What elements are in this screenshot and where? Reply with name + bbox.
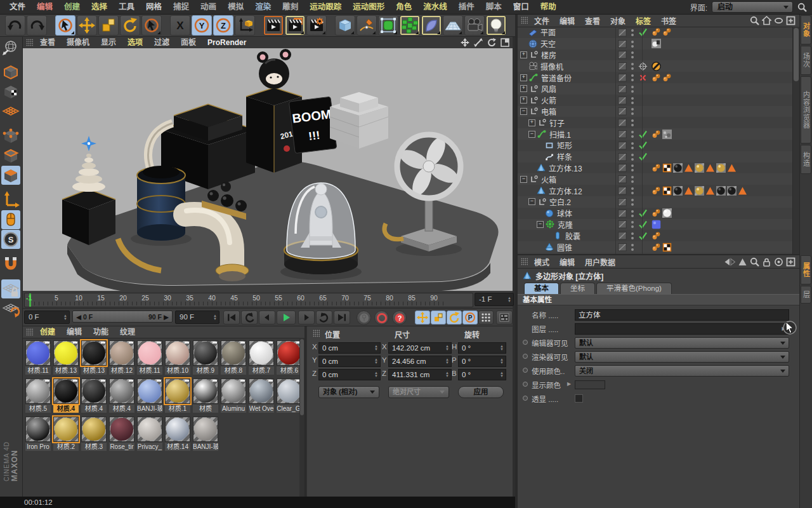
spline-pen-button[interactable]: [357, 15, 377, 36]
menu-item-脚本[interactable]: 脚本: [480, 0, 508, 14]
edges-mode-button[interactable]: [1, 146, 20, 165]
object-scrollbar[interactable]: [792, 27, 799, 254]
menu-item-网格[interactable]: 网格: [140, 0, 167, 14]
material-swatch[interactable]: Iron Pro: [25, 417, 51, 451]
menu-item-雕刻[interactable]: 雕刻: [277, 0, 304, 14]
material-swatch[interactable]: 材质.4: [53, 378, 79, 413]
object-menu-文件[interactable]: 文件: [529, 15, 554, 26]
viewport-menu-选项[interactable]: 选项: [122, 37, 148, 48]
layer-toggle-icon[interactable]: [618, 197, 627, 206]
material-swatch[interactable]: 材质.5: [25, 378, 51, 413]
texsky-tag-icon[interactable]: [652, 39, 661, 48]
menu-item-捕捉[interactable]: 捕捉: [167, 0, 195, 14]
material-menu-纹理[interactable]: 纹理: [114, 326, 141, 338]
material-menu-功能[interactable]: 功能: [88, 326, 114, 338]
expand-toggle-icon[interactable]: −: [537, 221, 544, 228]
key-scale-toggle[interactable]: [431, 311, 446, 324]
material-swatch[interactable]: 材质.9: [193, 340, 218, 375]
viewport-menu-摄像机[interactable]: 摄像机: [61, 37, 95, 48]
material-swatch[interactable]: Rose_tir: [109, 417, 134, 451]
uvw-tag-icon[interactable]: [662, 243, 672, 252]
layer-field[interactable]: ▶: [575, 323, 789, 335]
visibility-dots-icon[interactable]: [628, 50, 637, 59]
key-rotation-toggle[interactable]: [447, 311, 462, 324]
layer-toggle-icon[interactable]: [618, 96, 627, 105]
object-row[interactable]: 立方体.12: [518, 185, 793, 196]
object-row[interactable]: 样条: [518, 151, 793, 163]
layer-toggle-icon[interactable]: [618, 231, 627, 240]
material-swatch[interactable]: 材质.4: [81, 378, 107, 413]
object-row[interactable]: 天空: [518, 38, 793, 50]
expand-toggle-icon[interactable]: −: [520, 108, 527, 115]
drag-handle-icon[interactable]: [521, 258, 528, 265]
visibility-dots-icon[interactable]: [628, 141, 637, 150]
texture-mode-button[interactable]: [1, 82, 20, 101]
matblack-tag-icon[interactable]: [673, 163, 683, 173]
layer-toggle-icon[interactable]: [618, 84, 627, 93]
material-swatch[interactable]: Clear_Gl: [277, 378, 302, 413]
viewport-menu-查看[interactable]: 查看: [34, 37, 61, 48]
layer-toggle-icon[interactable]: [618, 73, 627, 82]
drag-handle-icon[interactable]: [26, 328, 33, 336]
add-panel-icon[interactable]: [786, 16, 796, 25]
menu-item-文件[interactable]: 文件: [4, 0, 31, 14]
primitive-cube-button[interactable]: [335, 15, 355, 36]
filter-icon[interactable]: [774, 16, 783, 25]
object-menu-书签[interactable]: 书签: [656, 15, 681, 26]
menu-item-选择[interactable]: 选择: [86, 0, 113, 14]
object-row[interactable]: +管道备份: [518, 72, 793, 83]
menu-item-插件[interactable]: 插件: [453, 0, 480, 14]
next-key-button[interactable]: [316, 311, 332, 324]
coord-field[interactable]: 0 cm▲▼: [318, 342, 381, 354]
check-state-icon[interactable]: [638, 152, 648, 161]
attribute-menu-用户数据[interactable]: 用户数据: [580, 257, 620, 267]
uvw-tag-icon[interactable]: [662, 163, 672, 173]
keyframe-dot-icon[interactable]: [523, 354, 528, 359]
visibility-dots-icon[interactable]: [628, 209, 637, 218]
search-icon[interactable]: [750, 257, 759, 267]
coord-field[interactable]: 142.202 cm▲▼: [388, 342, 452, 354]
bluesq-tag-icon[interactable]: [652, 220, 661, 229]
visibility-dots-icon[interactable]: [628, 62, 637, 70]
move-tool-button[interactable]: [77, 15, 97, 36]
visibility-dots-icon[interactable]: [628, 118, 637, 127]
check-state-icon[interactable]: [638, 130, 648, 139]
home-icon[interactable]: [762, 16, 771, 25]
object-row[interactable]: 矩形: [518, 140, 793, 151]
material-swatch[interactable]: 材质.8: [221, 340, 246, 375]
keyframe-dot-icon[interactable]: [523, 340, 528, 345]
expand-toggle-icon[interactable]: +: [520, 97, 527, 104]
magnet-button[interactable]: [1, 255, 20, 274]
panel-tab-内容浏览器[interactable]: 内容浏览器: [801, 76, 811, 144]
timeline-ruler[interactable]: -1 51015202530354045505560657075808590 -…: [23, 291, 513, 309]
visibility-dots-icon[interactable]: [628, 130, 637, 138]
layer-toggle-icon[interactable]: [618, 118, 627, 127]
phong-tag-icon[interactable]: [652, 73, 661, 83]
undo-button[interactable]: [5, 15, 25, 36]
menu-item-运动跟踪[interactable]: 运动跟踪: [304, 0, 347, 14]
coord-field[interactable]: 0 cm▲▼: [318, 369, 381, 380]
attribute-menu-模式[interactable]: 模式: [529, 257, 554, 267]
material-swatch[interactable]: 材质.11: [25, 340, 51, 375]
visibility-dots-icon[interactable]: [628, 152, 637, 161]
panel-tab-对象[interactable]: 对象: [801, 15, 811, 44]
object-row[interactable]: 圆锥: [518, 241, 793, 253]
prev-object-icon[interactable]: [724, 257, 735, 267]
object-row[interactable]: +火箭: [518, 95, 793, 106]
phong-tag-icon[interactable]: [652, 208, 661, 218]
viewport-filter-button[interactable]: [1, 210, 20, 229]
menu-item-编辑[interactable]: 编辑: [31, 0, 58, 14]
name-field[interactable]: 立方体: [575, 309, 789, 321]
object-row[interactable]: +钉子: [518, 117, 793, 128]
last-tool-button[interactable]: [141, 15, 162, 36]
keyframe-dot-icon[interactable]: [523, 396, 528, 401]
material-swatch[interactable]: 材质.7: [249, 340, 274, 375]
panel-tab-场次[interactable]: 场次: [801, 46, 811, 75]
object-row[interactable]: 立方体.13: [518, 163, 793, 174]
visibility-dots-icon[interactable]: [628, 96, 637, 105]
layer-toggle-icon[interactable]: [618, 130, 627, 138]
menu-item-模拟[interactable]: 模拟: [222, 0, 249, 14]
object-row[interactable]: −克隆: [518, 219, 793, 231]
visibility-dots-icon[interactable]: [628, 231, 637, 240]
start-frame-field[interactable]: 0 F▲▼: [24, 311, 70, 324]
